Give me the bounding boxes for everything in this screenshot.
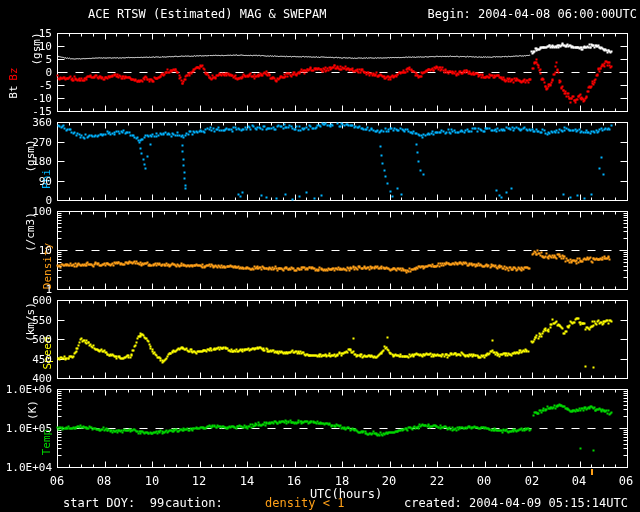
plot-canvas	[0, 0, 640, 512]
y-tick-label: 500	[32, 334, 52, 345]
x-tick-label: 00	[470, 474, 498, 488]
y-tick-label: 600	[32, 295, 52, 306]
chart-title: ACE RTSW (Estimated) MAG & SWEPAM	[88, 7, 326, 21]
y-tick-label: 5	[45, 54, 52, 65]
y-tick-label: 10	[39, 245, 52, 256]
y-tick-label: 100	[32, 206, 52, 217]
y-tick-label: 1.0E+05	[6, 423, 52, 434]
x-tick-label: 06	[43, 474, 71, 488]
y-tick-label: 90	[39, 176, 52, 187]
x-tick-label: 06	[612, 474, 640, 488]
x-tick-label: 20	[375, 474, 403, 488]
y-tick-label: 360	[32, 117, 52, 128]
y-tick-label: 180	[32, 156, 52, 167]
y-tick-label: 15	[39, 28, 52, 39]
x-tick-label: 14	[233, 474, 261, 488]
caution-value: density < 1	[265, 496, 344, 510]
y-tick-label: 0	[45, 67, 52, 78]
start-doy-label: start DOY: 99	[63, 496, 164, 510]
y-tick-label: 550	[32, 315, 52, 326]
density-caution-tick	[591, 469, 593, 475]
y-tick-label: -5	[39, 80, 52, 91]
created-timestamp: created: 2004-04-09 05:15:14UTC	[404, 496, 628, 510]
x-tick-label: 04	[565, 474, 593, 488]
x-tick-label: 18	[328, 474, 356, 488]
x-tick-label: 02	[518, 474, 546, 488]
y-tick-label: 1.0E+04	[6, 462, 52, 473]
y-tick-label: 1.0E+06	[6, 384, 52, 395]
x-tick-label: 12	[185, 474, 213, 488]
x-tick-label: 16	[280, 474, 308, 488]
y-tick-label: -10	[32, 93, 52, 104]
y-tick-label: 450	[32, 354, 52, 365]
y-tick-label: 10	[39, 41, 52, 52]
x-tick-label: 10	[138, 474, 166, 488]
caution-label: caution:	[165, 496, 223, 510]
ace-rtsw-plot-screen: ACE RTSW (Estimated) MAG & SWEPAM Begin:…	[0, 0, 640, 512]
y-tick-label: 270	[32, 137, 52, 148]
begin-timestamp: Begin: 2004-04-08 06:00:00UTC	[427, 7, 637, 21]
x-tick-label: 08	[90, 474, 118, 488]
x-tick-label: 22	[423, 474, 451, 488]
